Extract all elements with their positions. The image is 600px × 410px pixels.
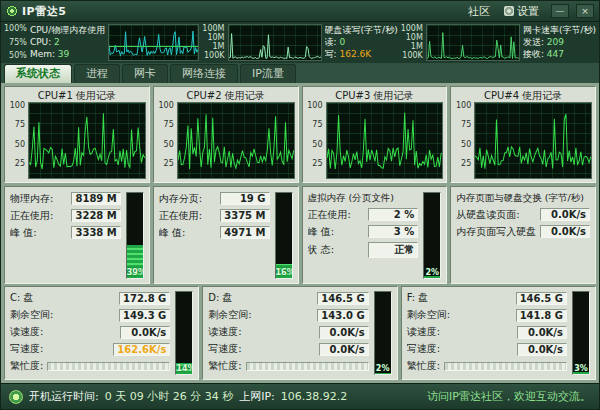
nic-rate-title: 网卡速率(字节/秒) [523,25,596,36]
disk-d-panel: D: 盘146.5 G 剩余空间:143.0 G 读速度:0.0K/s 写速度:… [202,286,397,380]
cpu4-usage-chart [474,102,592,179]
window-title: IP雷达5 [22,4,66,19]
metric-value: 0.0K/s [517,343,567,356]
tab-ip-traffic[interactable]: IP流量 [240,64,296,83]
disk-io-readout: 硬盘读写(字节/秒) 读: 0 写: 162.6K [325,24,398,61]
metric-value: 2 % [368,208,418,221]
metric-value: 0.0K/s [120,326,170,339]
metric-row: 状 态:正常 [308,242,419,258]
status-bar: 开机运行时间: 0 天 09 小时 26 分 34 秒 上网IP: 106.38… [1,383,599,409]
tab-bar: 系统状态 进程 网卡 网络连接 IP流量 [1,63,599,83]
nic-recv-readout: 接收: 447 [523,49,596,60]
metric-value: 3228 M [71,209,121,222]
app-window: IP雷达5 社区 设置 — × 100% 75% 50% CPU/物理内存使用 … [0,0,600,410]
virtual-memory-gauge: 2% [423,192,441,279]
gear-icon [504,6,514,16]
metric-value: 162.6K/s [113,343,170,356]
clock-icon [9,390,23,404]
metric-row: 内存分页:19 G [159,192,270,206]
metric-row: 正在使用:3375 M [159,209,270,223]
page-swap-panel: 内存页面与硬盘交换 (字节/秒) 从硬盘读页面:0.0K/s 内存页面写入硬盘:… [450,186,596,284]
tab-processes[interactable]: 进程 [74,64,120,83]
metric-value: 141.8 G [516,309,567,322]
disk-io-monitor: 100M 10M 1M 100K 硬盘读写(字节/秒) 读: 0 写: 162.… [202,24,397,61]
disk-io-title: 硬盘读写(字节/秒) [325,25,398,36]
nic-send-readout: 发送: 209 [523,37,596,48]
busy-meter [444,362,567,371]
metric-row: 读速度:0.0K/s [407,325,567,339]
cpu4-chart-panel: CPU#4 使用记录 100755025 [450,86,596,183]
cpu3-y-axis: 100755025 [306,102,324,179]
metric-value: 正常 [368,242,418,258]
cpu-mem-minichart [108,24,199,61]
metric-value: 3 % [368,225,418,238]
metric-value: 3375 M [220,209,270,222]
disk-d-gauge: 2% [374,291,392,375]
cpu2-y-axis: 100755025 [157,102,175,179]
cpu-mem-readout: CPU/物理内存使用 CPU: 2 Mem: 39 [30,24,105,61]
mem-usage-readout: Mem: 39 [30,49,105,60]
settings-button[interactable]: 设置 [504,4,539,19]
tab-system-status[interactable]: 系统状态 [4,64,72,83]
disk-size-value: 146.5 G [317,292,368,305]
memory-level-line [109,46,198,47]
disk-f-panel: F: 盘146.5 G 剩余空间:141.8 G 读速度:0.0K/s 写速度:… [401,286,596,380]
disk-f-gauge: 3% [572,291,590,375]
page-swap-header: 内存页面与硬盘交换 (字节/秒) [456,192,590,205]
metric-row: 剩余空间:149.3 G [10,308,170,322]
nic-rate-minichart [426,24,520,61]
metric-row: 读速度:0.0K/s [208,325,368,339]
uptime-value: 0 天 09 小时 26 分 34 秒 [105,389,233,404]
disk-write-readout: 写: 162.6K [325,49,398,60]
paged-memory-gauge: 16% [275,192,293,279]
metric-row: 从硬盘读页面:0.0K/s [456,208,590,222]
metric-row: 峰 值:4971 M [159,226,270,240]
metric-value: 19 G [220,192,270,205]
cpu1-chart-panel: CPU#1 使用记录 100755025 [4,86,150,183]
disk-size-value: 172.8 G [119,292,170,305]
community-link[interactable]: 社区 [468,4,490,19]
cpu4-y-axis: 100755025 [454,102,472,179]
wan-ip-value: 106.38.92.2 [281,390,347,403]
minimize-button[interactable]: — [551,4,569,18]
busy-meter [47,362,170,371]
cpu-charts-row: CPU#1 使用记录 100755025 CPU#2 使用记录 10075502… [4,86,596,183]
cpu4-chart-title: CPU#4 使用记录 [454,89,592,102]
disk-size-value: 146.5 G [516,292,567,305]
tab-connections[interactable]: 网络连接 [170,64,238,83]
cpu3-chart-title: CPU#3 使用记录 [306,89,444,102]
disk-name-row: F: 盘146.5 G [407,291,567,305]
system-status-page: CPU#1 使用记录 100755025 CPU#2 使用记录 10075502… [1,83,599,383]
cpu2-usage-chart [177,102,295,179]
cpu-mem-title: CPU/物理内存使用 [30,25,105,36]
metric-value: 0.0K/s [540,208,590,221]
cpu3-usage-chart [326,102,444,179]
wan-ip-label: 上网IP: [239,389,275,404]
busy-row: 繁忙度: [208,359,368,373]
tab-nic[interactable]: 网卡 [122,64,168,83]
cpu1-y-axis: 100755025 [8,102,26,179]
metric-value: 0.0K/s [540,225,590,238]
metric-value: 3338 M [71,226,121,239]
disk-row: C: 盘172.8 G 剩余空间:149.3 G 读速度:0.0K/s 写速度:… [4,286,596,380]
title-bar: IP雷达5 社区 设置 — × [1,1,599,21]
disk-io-minichart [228,24,322,61]
metric-row: 峰 值:3338 M [10,226,121,240]
app-icon [6,5,18,17]
cpu2-chart-title: CPU#2 使用记录 [157,89,295,102]
physical-memory-panel: 物理内存:8189 M 正在使用:3228 M 峰 值:3338 M 39% [4,186,150,284]
cpu2-chart-panel: CPU#2 使用记录 100755025 [153,86,299,183]
virtual-memory-header: 虚拟内存 (分页文件) [308,192,419,205]
metric-value: 0.0K/s [319,343,369,356]
community-promo-text[interactable]: 访问IP雷达社区，欢迎互动交流。 [427,389,591,404]
metric-value: 8189 M [71,192,121,205]
metric-value: 149.3 G [119,309,170,322]
cpu1-usage-chart [28,102,146,179]
cpu3-chart-panel: CPU#3 使用记录 100755025 [302,86,448,183]
metric-row: 剩余空间:143.0 G [208,308,368,322]
disk-c-gauge: 14% [175,291,193,375]
nic-rate-readout: 网卡速率(字节/秒) 发送: 209 接收: 447 [523,24,596,61]
memory-row: 物理内存:8189 M 正在使用:3228 M 峰 值:3338 M 39% 内… [4,186,596,284]
close-button[interactable]: × [576,4,594,18]
disk-io-scale: 100M 10M 1M 100K [202,24,224,61]
